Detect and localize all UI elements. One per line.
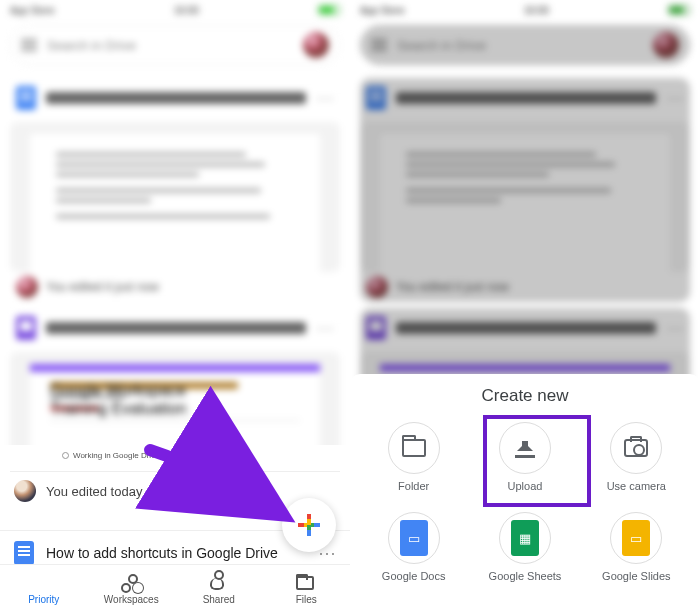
more-icon[interactable]: ⋯: [316, 317, 334, 339]
nav-workspaces[interactable]: Workspaces: [88, 565, 176, 614]
google-slides-icon: ▭: [622, 520, 650, 556]
nav-files[interactable]: Files: [263, 565, 351, 614]
bottom-nav: Priority Workspaces Shared Files: [0, 564, 350, 614]
camera-icon: [624, 439, 648, 457]
create-new-sheet: Create new Folder Upload Use camera ▭ Go…: [350, 374, 700, 614]
sheet-heading: Create new: [350, 374, 700, 410]
file-title: How to add shortcuts in Google Drive: [46, 545, 278, 561]
shared-icon: [210, 578, 224, 590]
option-google-sheets[interactable]: ▦ Google Sheets: [469, 504, 580, 590]
google-doc-icon: [14, 541, 34, 565]
option-google-slides[interactable]: ▭ Google Slides: [581, 504, 692, 590]
nav-priority[interactable]: Priority: [0, 565, 88, 614]
file-title: How to upload files...roid to Google Dri…: [46, 92, 306, 104]
folder-icon: [402, 439, 426, 457]
upload-icon: [513, 438, 537, 458]
google-sheets-icon: ▦: [511, 520, 539, 556]
avatar: [14, 480, 36, 502]
preview-caption: Working in Google Drive: [62, 451, 322, 460]
option-google-docs[interactable]: ▭ Google Docs: [358, 504, 469, 590]
option-upload[interactable]: Upload: [469, 414, 580, 500]
folder-icon: [296, 576, 314, 590]
avatar[interactable]: [303, 32, 329, 58]
search-bar[interactable]: Search in Drive: [10, 25, 340, 65]
file-title: G Suite Tips Training Feedback Form: [46, 322, 306, 334]
google-doc-icon: [16, 86, 36, 110]
search-placeholder: Search in Drive: [47, 38, 293, 53]
google-form-icon: [16, 316, 36, 340]
workspaces-icon: [121, 574, 141, 592]
option-folder[interactable]: Folder: [358, 414, 469, 500]
option-use-camera[interactable]: Use camera: [581, 414, 692, 500]
screenshot-left: App Store 16:00 Search in Drive How to u…: [0, 0, 350, 614]
more-icon[interactable]: ⋯: [316, 87, 334, 109]
create-fab[interactable]: [282, 498, 336, 552]
file-card-doc[interactable]: How to upload files...roid to Google Dri…: [10, 78, 340, 302]
activity-text: You edited today: [46, 484, 142, 499]
status-bar: App Store 16:00: [0, 0, 350, 20]
screenshot-right: App Store 16:00 Search in Drive ⋯ You ed…: [350, 0, 700, 614]
menu-icon[interactable]: [21, 39, 37, 51]
plus-icon: [298, 514, 320, 536]
google-docs-icon: ▭: [400, 520, 428, 556]
nav-shared[interactable]: Shared: [175, 565, 263, 614]
